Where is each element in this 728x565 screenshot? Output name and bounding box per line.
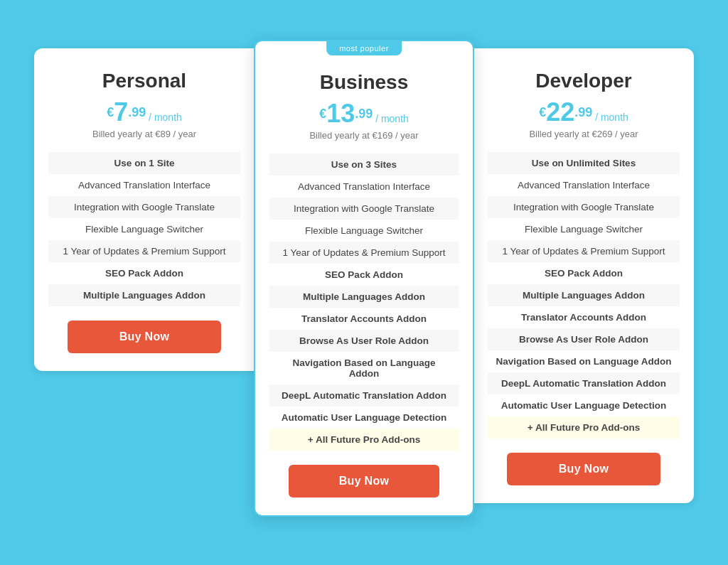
feature-row: Automatic User Language Detection	[488, 394, 680, 416]
feature-row: 1 Year of Updates & Premium Support	[488, 240, 680, 262]
feature-row: SEO Pack Addon	[488, 262, 680, 284]
plan-name-personal: Personal	[48, 70, 240, 92]
feature-item: Integration with Google Translate	[269, 198, 459, 220]
feature-row: Use on Unlimited Sites	[488, 152, 680, 174]
per-month-label: / month	[373, 113, 409, 124]
price-whole: 13	[326, 99, 355, 128]
feature-item: Translator Accounts Addon	[488, 306, 680, 328]
feature-row: Translator Accounts Addon	[488, 306, 680, 328]
feature-item: + All Future Pro Add-ons	[269, 429, 459, 451]
currency-symbol: €	[107, 105, 114, 119]
plan-card-developer: Developer €22.99 / month Billed yearly a…	[473, 48, 694, 503]
feature-row: 1 Year of Updates & Premium Support	[48, 240, 240, 262]
feature-item: Multiple Languages Addon	[269, 286, 459, 308]
features-table-business: Use on 3 SitesAdvanced Translation Inter…	[269, 154, 459, 451]
feature-row: Integration with Google Translate	[488, 196, 680, 218]
feature-row: DeepL Automatic Translation Addon	[488, 372, 680, 394]
pricing-container: Personal €7.99 / month Billed yearly at …	[16, 48, 712, 517]
feature-item: Multiple Languages Addon	[488, 284, 680, 306]
feature-item: Integration with Google Translate	[48, 196, 240, 218]
feature-item: Automatic User Language Detection	[269, 407, 459, 429]
features-table-developer: Use on Unlimited SitesAdvanced Translati…	[488, 152, 680, 438]
feature-row: Navigation Based on Language Addon	[488, 350, 680, 372]
plan-price-business: €13.99 / month	[269, 101, 459, 127]
plan-price-developer: €22.99 / month	[488, 99, 680, 125]
feature-item: Use on Unlimited Sites	[488, 152, 680, 174]
feature-item: Browse As User Role Addon	[269, 330, 459, 352]
price-whole: 7	[114, 97, 128, 127]
feature-item: Navigation Based on Language Addon	[269, 352, 459, 384]
feature-item: Advanced Translation Interface	[269, 176, 459, 198]
feature-row: DeepL Automatic Translation Addon	[269, 384, 459, 407]
feature-item: DeepL Automatic Translation Addon	[269, 384, 459, 407]
feature-row: Use on 1 Site	[48, 152, 240, 174]
feature-item: Multiple Languages Addon	[48, 284, 240, 306]
feature-row: Translator Accounts Addon	[269, 308, 459, 330]
feature-item: DeepL Automatic Translation Addon	[488, 372, 680, 394]
plan-card-business: most populerBusiness €13.99 / month Bill…	[254, 40, 474, 517]
feature-item: SEO Pack Addon	[269, 264, 459, 286]
plan-name-developer: Developer	[488, 70, 680, 92]
feature-row: Browse As User Role Addon	[269, 330, 459, 352]
feature-item: Use on 1 Site	[48, 152, 240, 174]
price-decimal: .99	[574, 105, 592, 119]
feature-row: Browse As User Role Addon	[488, 328, 680, 350]
buy-button-developer[interactable]: Buy Now	[507, 453, 660, 485]
currency-symbol: €	[319, 107, 326, 121]
feature-row: Navigation Based on Language Addon	[269, 352, 459, 384]
per-month-label: / month	[146, 112, 182, 123]
billed-yearly-business: Billed yearly at €169 / year	[269, 130, 459, 141]
feature-row: Flexible Language Switcher	[48, 218, 240, 240]
feature-item: Integration with Google Translate	[488, 196, 680, 218]
price-decimal: .99	[128, 105, 146, 119]
per-month-label: / month	[592, 112, 628, 123]
feature-row: SEO Pack Addon	[48, 262, 240, 284]
billed-yearly-developer: Billed yearly at €269 / year	[488, 129, 680, 139]
feature-row: SEO Pack Addon	[269, 264, 459, 286]
feature-row: 1 Year of Updates & Premium Support	[269, 242, 459, 264]
feature-item: Browse As User Role Addon	[488, 328, 680, 350]
feature-item: Flexible Language Switcher	[269, 220, 459, 242]
feature-row: Integration with Google Translate	[269, 198, 459, 220]
price-whole: 22	[546, 97, 574, 127]
feature-row: Flexible Language Switcher	[269, 220, 459, 242]
feature-item: Automatic User Language Detection	[488, 394, 680, 416]
feature-row: Integration with Google Translate	[48, 196, 240, 218]
price-decimal: .99	[355, 107, 373, 121]
feature-row: Use on 3 Sites	[269, 154, 459, 176]
feature-row: Multiple Languages Addon	[269, 286, 459, 308]
feature-item: Advanced Translation Interface	[48, 174, 240, 196]
feature-item: Advanced Translation Interface	[488, 174, 680, 196]
feature-row: Flexible Language Switcher	[488, 218, 680, 240]
buy-button-business[interactable]: Buy Now	[289, 465, 440, 497]
feature-item: SEO Pack Addon	[488, 262, 680, 284]
feature-row: Advanced Translation Interface	[488, 174, 680, 196]
feature-item: 1 Year of Updates & Premium Support	[269, 242, 459, 264]
plan-price-personal: €7.99 / month	[48, 99, 240, 125]
billed-yearly-personal: Billed yearly at €89 / year	[48, 129, 240, 139]
plan-card-personal: Personal €7.99 / month Billed yearly at …	[34, 48, 255, 371]
feature-item: 1 Year of Updates & Premium Support	[488, 240, 680, 262]
feature-item: Translator Accounts Addon	[269, 308, 459, 330]
feature-item: + All Future Pro Add-ons	[488, 416, 680, 438]
feature-item: SEO Pack Addon	[48, 262, 240, 284]
feature-row: Automatic User Language Detection	[269, 407, 459, 429]
feature-item: Navigation Based on Language Addon	[488, 350, 680, 372]
feature-row: Multiple Languages Addon	[488, 284, 680, 306]
buy-button-personal[interactable]: Buy Now	[68, 321, 221, 353]
feature-row: Advanced Translation Interface	[48, 174, 240, 196]
most-popular-badge: most populer	[326, 41, 402, 55]
feature-item: Use on 3 Sites	[269, 154, 459, 176]
feature-row: + All Future Pro Add-ons	[488, 416, 680, 438]
features-table-personal: Use on 1 SiteAdvanced Translation Interf…	[48, 152, 240, 306]
feature-row: Advanced Translation Interface	[269, 176, 459, 198]
feature-row: Multiple Languages Addon	[48, 284, 240, 306]
feature-item: Flexible Language Switcher	[488, 218, 680, 240]
currency-symbol: €	[539, 105, 546, 119]
feature-item: Flexible Language Switcher	[48, 218, 240, 240]
feature-row: + All Future Pro Add-ons	[269, 429, 459, 451]
feature-item: 1 Year of Updates & Premium Support	[48, 240, 240, 262]
plan-name-business: Business	[269, 71, 459, 94]
